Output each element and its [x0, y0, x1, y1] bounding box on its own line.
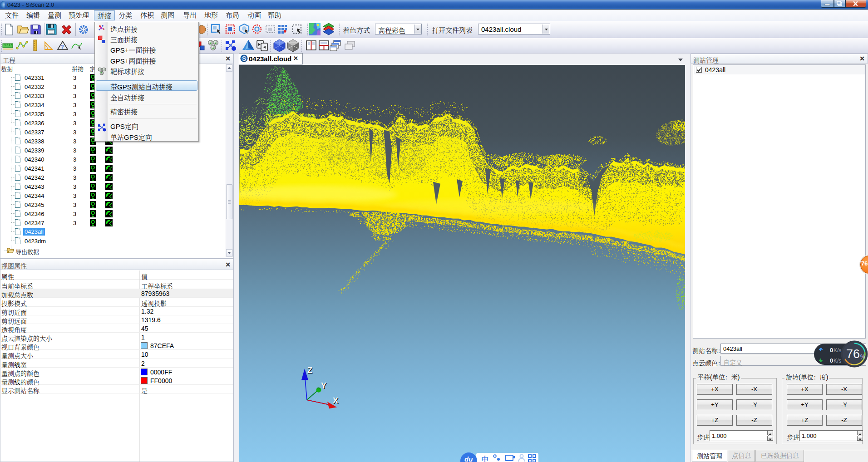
svg-text:%: %: [860, 354, 865, 360]
svg-text:S: S: [242, 55, 246, 62]
svg-text:K/s: K/s: [833, 358, 841, 364]
svg-text:K/s: K/s: [833, 347, 841, 354]
svg-text:0: 0: [830, 347, 833, 354]
svg-text:76: 76: [846, 347, 860, 361]
svg-text:X: X: [333, 396, 338, 405]
svg-text:Y: Y: [321, 381, 326, 390]
svg-text:0: 0: [830, 357, 833, 364]
svg-text:?: ?: [61, 44, 64, 49]
svg-text:Z: Z: [307, 366, 312, 375]
